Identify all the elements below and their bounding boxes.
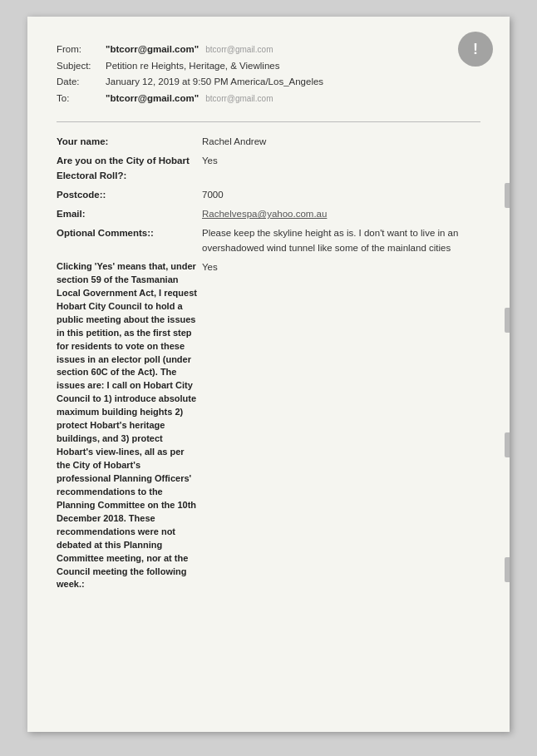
header-divider	[57, 121, 480, 122]
date-row: Date: January 12, 2019 at 9:50 PM Americ…	[57, 74, 480, 91]
subject-value: Petition re Heights, Heritage, & Viewlin…	[106, 58, 279, 75]
long-question-row: Clicking 'Yes' means that, under section…	[57, 258, 480, 594]
form-row-label: Email:	[57, 205, 202, 224]
form-row-label: Optional Comments::	[57, 224, 202, 258]
date-label: Date:	[57, 74, 102, 91]
fold-marks	[503, 17, 510, 732]
stamp-icon: !	[458, 32, 493, 67]
from-email-bold: "btcorr@gmail.com"	[106, 42, 199, 58]
form-row-value: 7000	[202, 185, 480, 205]
form-row-value: Rachel Andrew	[202, 132, 480, 151]
from-label: From:	[57, 42, 102, 58]
to-email-bold: "btcorr@gmail.com"	[106, 91, 199, 107]
date-value: January 12, 2019 at 9:50 PM America/Los_…	[106, 74, 323, 91]
form-row: Postcode::7000	[57, 185, 480, 205]
form-row-value: Rachelvespa@yahoo.com.au	[202, 205, 480, 224]
form-row-label: Are you on the City of Hobart Electoral …	[57, 151, 202, 185]
form-row: Optional Comments::Please keep the skyli…	[57, 224, 480, 258]
from-email-faded: btcorr@gmail.com	[205, 42, 273, 57]
to-email-faded: btcorr@gmail.com	[205, 91, 273, 106]
from-row: From: "btcorr@gmail.com" btcorr@gmail.co…	[57, 42, 480, 58]
form-row: Your name:Rachel Andrew	[57, 132, 480, 151]
subject-label: Subject:	[57, 58, 102, 75]
to-row: To: "btcorr@gmail.com" btcorr@gmail.com	[57, 91, 480, 107]
fold-mark-2	[505, 308, 510, 333]
form-row-value: Please keep the skyline height as is. I …	[202, 224, 480, 258]
email-page: ! From: "btcorr@gmail.com" btcorr@gmail.…	[27, 17, 510, 732]
long-question-value: Yes	[202, 258, 480, 594]
fold-mark-1	[505, 183, 510, 208]
form-table: Your name:Rachel AndrewAre you on the Ci…	[57, 132, 480, 594]
form-row-label: Your name:	[57, 132, 202, 151]
subject-row: Subject: Petition re Heights, Heritage, …	[57, 58, 480, 75]
fold-mark-4	[505, 557, 510, 582]
long-question-label: Clicking 'Yes' means that, under section…	[57, 258, 202, 594]
form-row-value: Yes	[202, 151, 480, 185]
email-header: From: "btcorr@gmail.com" btcorr@gmail.co…	[57, 42, 480, 106]
form-row: Are you on the City of Hobart Electoral …	[57, 151, 480, 185]
form-row-label: Postcode::	[57, 185, 202, 205]
to-label: To:	[57, 91, 102, 107]
form-row: Email:Rachelvespa@yahoo.com.au	[57, 205, 480, 224]
fold-mark-3	[505, 432, 510, 457]
